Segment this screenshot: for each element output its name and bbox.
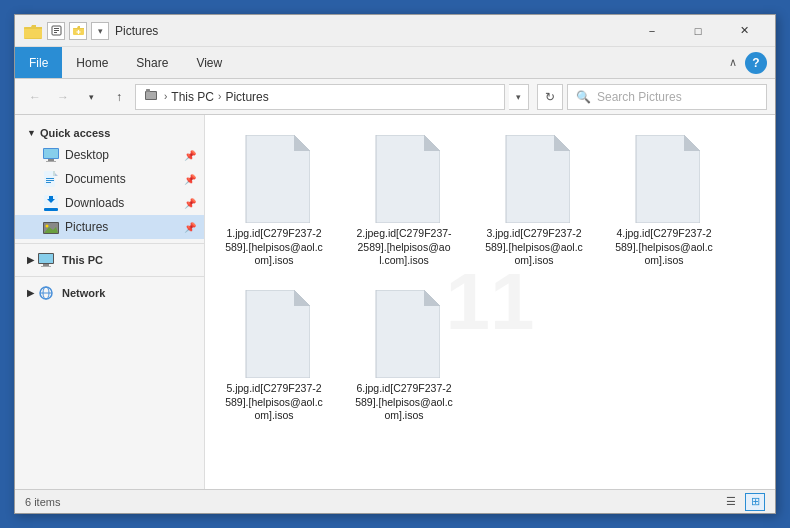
documents-label: Documents — [65, 172, 126, 186]
title-bar: ▾ Pictures − □ ✕ — [15, 15, 775, 47]
quick-access-label: Quick access — [40, 127, 110, 139]
svg-rect-15 — [48, 159, 54, 161]
network-icon — [38, 285, 54, 301]
this-pc-label: This PC — [62, 254, 103, 266]
pictures-icon — [43, 219, 59, 235]
window-controls: − □ ✕ — [629, 15, 767, 47]
path-chevron-1: › — [164, 91, 167, 102]
desktop-icon — [43, 147, 59, 163]
file-item-2[interactable]: 3.jpg.id[C279F237-2589].[helpisos@aol.co… — [479, 129, 589, 274]
search-placeholder: Search Pictures — [597, 90, 682, 104]
file-name-2: 3.jpg.id[C279F237-2589].[helpisos@aol.co… — [485, 227, 583, 268]
tab-home[interactable]: Home — [62, 47, 122, 78]
pictures-label: Pictures — [65, 220, 108, 234]
file-name-1: 2.jpeg.id[C279F237-2589].[helpisos@aol.c… — [355, 227, 453, 268]
recent-locations-button[interactable]: ▾ — [79, 85, 103, 109]
downloads-pin-icon: 📌 — [184, 198, 196, 209]
up-button[interactable]: ↑ — [107, 85, 131, 109]
desktop-label: Desktop — [65, 148, 109, 162]
status-bar: 6 items ☰ ⊞ — [15, 489, 775, 513]
file-item-3[interactable]: 4.jpg.id[C279F237-2589].[helpisos@aol.co… — [609, 129, 719, 274]
sidebar-divider-1 — [15, 243, 204, 244]
sidebar-item-desktop[interactable]: Desktop 📌 — [15, 143, 204, 167]
svg-rect-19 — [46, 178, 54, 179]
file-item-5[interactable]: 6.jpg.id[C279F237-2589].[helpisos@aol.co… — [349, 284, 459, 429]
svg-rect-20 — [46, 180, 54, 181]
network-chevron: ▶ — [27, 288, 34, 298]
tab-share[interactable]: Share — [122, 47, 182, 78]
this-pc-header[interactable]: ▶ This PC — [15, 248, 204, 272]
svg-rect-11 — [146, 89, 150, 92]
svg-rect-5 — [54, 30, 59, 31]
search-icon: 🔍 — [576, 90, 591, 104]
sidebar-divider-2 — [15, 276, 204, 277]
svg-rect-18 — [53, 171, 55, 176]
svg-rect-24 — [49, 196, 53, 201]
sidebar-item-downloads[interactable]: Downloads 📌 — [15, 191, 204, 215]
list-view-btn[interactable]: ☰ — [721, 493, 741, 511]
ribbon: File Home Share View ∧ ? — [15, 47, 775, 79]
back-button[interactable]: ← — [23, 85, 47, 109]
view-controls: ☰ ⊞ — [721, 493, 765, 511]
file-name-4: 5.jpg.id[C279F237-2589].[helpisos@aol.co… — [225, 382, 323, 423]
file-item-4[interactable]: 5.jpg.id[C279F237-2589].[helpisos@aol.co… — [219, 284, 329, 429]
refresh-button[interactable]: ↻ — [537, 84, 563, 110]
documents-icon — [43, 171, 59, 187]
network-header[interactable]: ▶ Network — [15, 281, 204, 305]
quick-access-toolbar: ▾ — [47, 22, 109, 40]
address-path[interactable]: › This PC › Pictures — [135, 84, 505, 110]
properties-qs-btn[interactable] — [47, 22, 65, 40]
documents-pin-icon: 📌 — [184, 174, 196, 185]
close-button[interactable]: ✕ — [721, 15, 767, 47]
path-chevron-2: › — [218, 91, 221, 102]
file-area: 11 1.jpg.id[C279F237-2589].[helpisos@aol… — [205, 115, 775, 489]
file-icon-5 — [368, 290, 440, 378]
custom-qs-btn[interactable]: ▾ — [91, 22, 109, 40]
minimize-button[interactable]: − — [629, 15, 675, 47]
sidebar-item-documents[interactable]: Documents 📌 — [15, 167, 204, 191]
downloads-icon — [43, 195, 59, 211]
file-icon-3 — [628, 135, 700, 223]
svg-rect-2 — [24, 29, 42, 38]
svg-rect-25 — [44, 208, 58, 211]
tab-view[interactable]: View — [182, 47, 236, 78]
svg-rect-4 — [54, 28, 59, 29]
svg-rect-6 — [54, 32, 57, 33]
this-pc-chevron: ▶ — [27, 255, 34, 265]
quick-access-header[interactable]: ▼ Quick access — [15, 123, 204, 143]
maximize-button[interactable]: □ — [675, 15, 721, 47]
sidebar: ▼ Quick access Desktop 📌 — [15, 115, 205, 489]
forward-button[interactable]: → — [51, 85, 75, 109]
file-icon-1 — [368, 135, 440, 223]
help-button[interactable]: ? — [745, 52, 767, 74]
tab-file[interactable]: File — [15, 47, 62, 78]
main-content: ▼ Quick access Desktop 📌 — [15, 115, 775, 489]
item-count: 6 items — [25, 496, 60, 508]
quick-access-chevron: ▼ — [27, 128, 36, 138]
path-this-pc[interactable]: This PC — [171, 90, 214, 104]
search-box[interactable]: 🔍 Search Pictures — [567, 84, 767, 110]
file-name-0: 1.jpg.id[C279F237-2589].[helpisos@aol.co… — [225, 227, 323, 268]
network-label: Network — [62, 287, 105, 299]
large-icons-view-btn[interactable]: ⊞ — [745, 493, 765, 511]
file-name-3: 4.jpg.id[C279F237-2589].[helpisos@aol.co… — [615, 227, 713, 268]
file-icon-4 — [238, 290, 310, 378]
ribbon-right: ∧ ? — [725, 47, 775, 78]
svg-rect-33 — [41, 266, 51, 267]
downloads-label: Downloads — [65, 196, 124, 210]
files-grid: 1.jpg.id[C279F237-2589].[helpisos@aol.co… — [215, 125, 765, 433]
svg-rect-14 — [44, 149, 58, 158]
file-name-5: 6.jpg.id[C279F237-2589].[helpisos@aol.co… — [355, 382, 453, 423]
new-folder-qs-btn[interactable] — [69, 22, 87, 40]
address-dropdown-btn[interactable]: ▾ — [509, 84, 529, 110]
ribbon-collapse-btn[interactable]: ∧ — [725, 54, 741, 71]
window-title: Pictures — [115, 24, 629, 38]
this-pc-icon — [38, 252, 54, 268]
file-item-1[interactable]: 2.jpeg.id[C279F237-2589].[helpisos@aol.c… — [349, 129, 459, 274]
svg-rect-21 — [46, 182, 51, 183]
file-item-0[interactable]: 1.jpg.id[C279F237-2589].[helpisos@aol.co… — [219, 129, 329, 274]
sidebar-item-pictures[interactable]: Pictures 📌 — [15, 215, 204, 239]
window-icon — [23, 21, 43, 41]
path-pictures[interactable]: Pictures — [225, 90, 268, 104]
file-icon-0 — [238, 135, 310, 223]
